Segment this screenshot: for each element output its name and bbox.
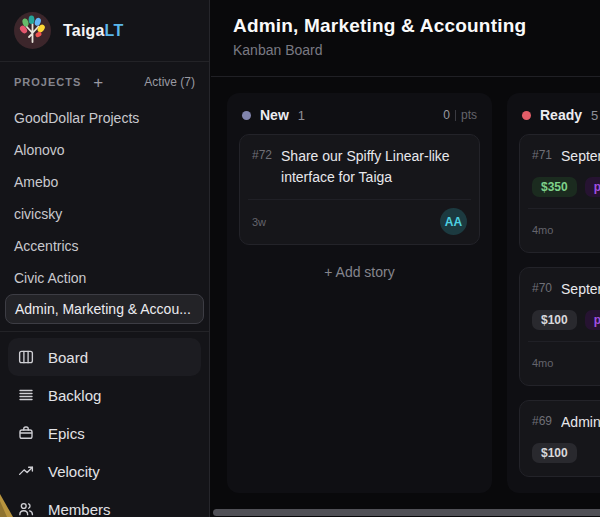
active-projects-filter[interactable]: Active (7): [144, 75, 195, 89]
nav-item-backlog[interactable]: Backlog: [0, 376, 209, 414]
card-ref: #71: [532, 148, 552, 162]
story-card-69[interactable]: #69 Admin $100: [519, 400, 600, 477]
members-icon: [17, 500, 35, 517]
epics-icon: [17, 424, 35, 442]
card-ref: #72: [252, 148, 272, 162]
card-title: Septem: [561, 279, 600, 300]
nav-item-members[interactable]: Members: [0, 490, 209, 517]
tag-money: $350: [532, 177, 577, 197]
nav-item-label: Epics: [48, 425, 85, 442]
main-area: Admin, Marketing & Accounting Kanban Boa…: [211, 0, 600, 517]
sidebar-divider: [0, 331, 209, 332]
sidebar-project-civic-action[interactable]: Civic Action: [0, 262, 209, 294]
nav-item-label: Board: [48, 349, 88, 366]
board-header: Admin, Marketing & Accounting Kanban Boa…: [211, 0, 600, 77]
points-unit: pts: [461, 108, 477, 122]
nav-item-board[interactable]: Board: [8, 338, 201, 376]
nav-item-label: Backlog: [48, 387, 101, 404]
column-new-header: New 1 0 pts: [239, 104, 480, 126]
horizontal-scrollbar[interactable]: [213, 509, 600, 516]
page-title: Admin, Marketing & Accounting: [233, 15, 600, 37]
column-name: New: [260, 107, 289, 123]
column-count: 5: [591, 108, 598, 123]
sidebar: TaigaLT PROJECTS + Active (7) GoodDollar…: [0, 0, 210, 517]
assignee-avatar[interactable]: AA: [440, 208, 467, 235]
card-title: Share our Spiffy Linear-like interface f…: [281, 146, 467, 188]
tag-money: $100: [532, 310, 577, 330]
column-new: New 1 0 pts #72 Share our Spiffy Linear-…: [227, 93, 492, 493]
add-project-icon[interactable]: +: [93, 74, 103, 91]
sidebar-project-civicsky[interactable]: civicsky: [0, 198, 209, 230]
card-ref: #69: [532, 414, 552, 428]
card-age: 3w: [252, 216, 266, 228]
page-subtitle: Kanban Board: [233, 42, 600, 58]
sidebar-project-alonovo[interactable]: Alonovo: [0, 134, 209, 166]
tag-money: $100: [532, 443, 577, 463]
tag-pq: pq: [585, 310, 600, 330]
nav-item-epics[interactable]: Epics: [0, 414, 209, 452]
decor-corner-leaf: [0, 491, 14, 517]
column-status-dot-icon: [522, 111, 531, 120]
project-nav: Board Backlog: [0, 338, 209, 517]
column-ready: Ready 5 #71 Septem $350 pq 4mo: [507, 93, 600, 493]
app-window: TaigaLT PROJECTS + Active (7) GoodDollar…: [0, 0, 600, 517]
story-card-70[interactable]: #70 Septem $100 pq 4mo: [519, 267, 600, 386]
points-separator: [455, 110, 456, 121]
story-card-71[interactable]: #71 Septem $350 pq 4mo: [519, 134, 600, 253]
card-title: Septem: [561, 146, 600, 167]
card-divider: [248, 199, 471, 200]
card-title: Admin: [561, 412, 600, 433]
card-age: 4mo: [532, 224, 553, 236]
column-count: 1: [298, 108, 305, 123]
points-value: 0: [443, 108, 450, 122]
nav-item-velocity[interactable]: Velocity: [0, 452, 209, 490]
nav-item-label: Velocity: [48, 463, 100, 480]
app-title: TaigaLT: [63, 22, 123, 40]
backlog-icon: [17, 386, 35, 404]
card-divider: [528, 208, 600, 209]
sidebar-project-admin-marketing[interactable]: Admin, Marketing & Accou...: [5, 294, 204, 324]
card-divider: [528, 341, 600, 342]
sidebar-project-accentrics[interactable]: Accentrics: [0, 230, 209, 262]
story-card-72[interactable]: #72 Share our Spiffy Linear-like interfa…: [239, 134, 480, 245]
sidebar-project-amebo[interactable]: Amebo: [0, 166, 209, 198]
column-name: Ready: [540, 107, 582, 123]
board-icon: [17, 348, 35, 366]
kanban-board: New 1 0 pts #72 Share our Spiffy Linear-…: [211, 77, 600, 493]
projects-header: PROJECTS + Active (7): [0, 64, 209, 100]
project-list: GoodDollar Projects Alonovo Amebo civics…: [0, 102, 209, 324]
sidebar-project-gooddollar[interactable]: GoodDollar Projects: [0, 102, 209, 134]
card-age: 4mo: [532, 357, 553, 369]
tag-pq: pq: [585, 177, 600, 197]
card-ref: #70: [532, 281, 552, 295]
column-status-dot-icon: [242, 111, 251, 120]
add-story-button[interactable]: + Add story: [239, 264, 480, 280]
column-ready-header: Ready 5: [519, 104, 600, 126]
projects-section-label: PROJECTS: [14, 76, 81, 88]
column-points: 0 pts: [443, 108, 477, 122]
app-logo-row: TaigaLT: [0, 0, 209, 62]
nav-item-label: Members: [48, 501, 111, 517]
velocity-icon: [17, 462, 35, 480]
taiga-tree-logo-icon: [14, 12, 51, 49]
